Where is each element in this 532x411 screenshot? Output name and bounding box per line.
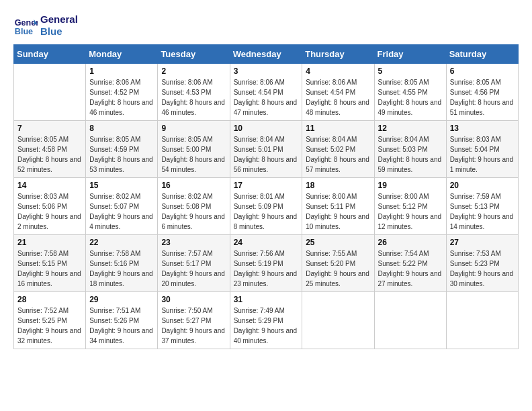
calendar-cell [14, 64, 86, 121]
svg-text:Blue: Blue [15, 27, 33, 36]
day-info: Sunrise: 8:04 AMSunset: 5:02 PMDaylight:… [306, 134, 370, 175]
calendar-cell [446, 292, 518, 349]
logo-text: General Blue [40, 13, 78, 38]
calendar-cell: 28 Sunrise: 7:52 AMSunset: 5:25 PMDaylig… [14, 292, 86, 349]
day-info: Sunrise: 7:52 AMSunset: 5:25 PMDaylight:… [17, 306, 82, 346]
calendar-cell: 11 Sunrise: 8:04 AMSunset: 5:02 PMDaylig… [302, 121, 374, 178]
day-number: 5 [378, 66, 443, 76]
day-info: Sunrise: 8:00 AMSunset: 5:12 PMDaylight:… [378, 191, 443, 232]
day-info: Sunrise: 8:05 AMSunset: 4:56 PMDaylight:… [450, 77, 515, 118]
weekday-header-tuesday: Tuesday [158, 45, 230, 64]
calendar-cell: 9 Sunrise: 8:05 AMSunset: 5:00 PMDayligh… [158, 121, 230, 178]
day-number: 3 [234, 66, 299, 76]
day-info: Sunrise: 7:57 AMSunset: 5:17 PMDaylight:… [161, 248, 226, 289]
calendar-cell: 13 Sunrise: 8:03 AMSunset: 5:04 PMDaylig… [446, 121, 518, 178]
day-number: 8 [89, 124, 154, 133]
day-number: 29 [89, 295, 154, 304]
weekday-header-wednesday: Wednesday [230, 45, 302, 64]
day-number: 7 [17, 124, 82, 133]
calendar-cell: 21 Sunrise: 7:58 AMSunset: 5:15 PMDaylig… [14, 235, 86, 292]
day-number: 23 [161, 238, 226, 247]
weekday-header-monday: Monday [86, 45, 158, 64]
day-number: 1 [89, 66, 154, 76]
calendar-cell: 4 Sunrise: 8:06 AMSunset: 4:54 PMDayligh… [302, 64, 374, 121]
day-info: Sunrise: 7:59 AMSunset: 5:13 PMDaylight:… [450, 191, 515, 232]
day-number: 30 [161, 295, 226, 304]
day-info: Sunrise: 8:05 AMSunset: 4:58 PMDaylight:… [17, 134, 82, 175]
calendar-cell: 20 Sunrise: 7:59 AMSunset: 5:13 PMDaylig… [446, 178, 518, 235]
day-info: Sunrise: 8:06 AMSunset: 4:54 PMDaylight:… [234, 77, 299, 118]
calendar-week-row: 21 Sunrise: 7:58 AMSunset: 5:15 PMDaylig… [14, 235, 519, 292]
day-number: 22 [89, 238, 154, 247]
calendar-cell: 8 Sunrise: 8:05 AMSunset: 4:59 PMDayligh… [86, 121, 158, 178]
page-header: General Blue General Blue [13, 13, 519, 38]
calendar-cell: 7 Sunrise: 8:05 AMSunset: 4:58 PMDayligh… [14, 121, 86, 178]
day-number: 21 [17, 238, 82, 247]
day-number: 9 [161, 124, 226, 133]
day-info: Sunrise: 7:55 AMSunset: 5:20 PMDaylight:… [306, 248, 370, 289]
calendar-cell: 5 Sunrise: 8:05 AMSunset: 4:55 PMDayligh… [374, 64, 446, 121]
day-info: Sunrise: 7:58 AMSunset: 5:16 PMDaylight:… [89, 248, 154, 289]
day-number: 4 [306, 66, 370, 76]
calendar-cell: 18 Sunrise: 8:00 AMSunset: 5:11 PMDaylig… [302, 178, 374, 235]
day-number: 19 [378, 181, 443, 190]
day-number: 17 [234, 181, 299, 190]
day-info: Sunrise: 7:58 AMSunset: 5:15 PMDaylight:… [17, 248, 82, 289]
day-number: 20 [450, 181, 515, 190]
weekday-header-friday: Friday [374, 45, 446, 64]
day-number: 27 [450, 238, 515, 247]
day-info: Sunrise: 7:53 AMSunset: 5:23 PMDaylight:… [450, 248, 515, 289]
day-number: 12 [378, 124, 443, 133]
logo: General Blue General Blue [13, 13, 78, 38]
day-number: 28 [17, 295, 82, 304]
weekday-header-thursday: Thursday [302, 45, 374, 64]
day-info: Sunrise: 7:50 AMSunset: 5:27 PMDaylight:… [161, 306, 226, 346]
calendar-cell: 17 Sunrise: 8:01 AMSunset: 5:09 PMDaylig… [230, 178, 302, 235]
day-number: 31 [234, 295, 299, 304]
calendar-cell: 26 Sunrise: 7:54 AMSunset: 5:22 PMDaylig… [374, 235, 446, 292]
day-number: 13 [450, 124, 515, 133]
day-number: 10 [234, 124, 299, 133]
calendar-cell: 19 Sunrise: 8:00 AMSunset: 5:12 PMDaylig… [374, 178, 446, 235]
calendar-cell: 2 Sunrise: 8:06 AMSunset: 4:53 PMDayligh… [158, 64, 230, 121]
calendar-cell: 31 Sunrise: 7:49 AMSunset: 5:29 PMDaylig… [230, 292, 302, 349]
day-info: Sunrise: 8:02 AMSunset: 5:07 PMDaylight:… [89, 191, 154, 232]
calendar-cell: 1 Sunrise: 8:06 AMSunset: 4:52 PMDayligh… [86, 64, 158, 121]
calendar-cell: 15 Sunrise: 8:02 AMSunset: 5:07 PMDaylig… [86, 178, 158, 235]
day-info: Sunrise: 7:54 AMSunset: 5:22 PMDaylight:… [378, 248, 443, 289]
day-number: 6 [450, 66, 515, 76]
day-number: 18 [306, 181, 370, 190]
day-info: Sunrise: 8:02 AMSunset: 5:08 PMDaylight:… [161, 191, 226, 232]
day-info: Sunrise: 7:51 AMSunset: 5:26 PMDaylight:… [89, 306, 154, 346]
day-number: 14 [17, 181, 82, 190]
calendar-cell: 14 Sunrise: 8:03 AMSunset: 5:06 PMDaylig… [14, 178, 86, 235]
day-info: Sunrise: 8:06 AMSunset: 4:52 PMDaylight:… [89, 77, 154, 118]
calendar-week-row: 1 Sunrise: 8:06 AMSunset: 4:52 PMDayligh… [14, 64, 519, 121]
day-number: 24 [234, 238, 299, 247]
day-info: Sunrise: 8:06 AMSunset: 4:54 PMDaylight:… [306, 77, 370, 118]
calendar-cell: 3 Sunrise: 8:06 AMSunset: 4:54 PMDayligh… [230, 64, 302, 121]
calendar-cell [302, 292, 374, 349]
day-info: Sunrise: 8:03 AMSunset: 5:06 PMDaylight:… [17, 191, 82, 232]
weekday-header-sunday: Sunday [14, 45, 86, 64]
calendar-table: SundayMondayTuesdayWednesdayThursdayFrid… [13, 44, 519, 349]
day-info: Sunrise: 7:49 AMSunset: 5:29 PMDaylight:… [234, 306, 299, 346]
calendar-cell: 12 Sunrise: 8:04 AMSunset: 5:03 PMDaylig… [374, 121, 446, 178]
calendar-cell: 25 Sunrise: 7:55 AMSunset: 5:20 PMDaylig… [302, 235, 374, 292]
calendar-week-row: 7 Sunrise: 8:05 AMSunset: 4:58 PMDayligh… [14, 121, 519, 178]
day-number: 25 [306, 238, 370, 247]
calendar-cell: 30 Sunrise: 7:50 AMSunset: 5:27 PMDaylig… [158, 292, 230, 349]
calendar-header-row: SundayMondayTuesdayWednesdayThursdayFrid… [14, 45, 519, 64]
day-info: Sunrise: 8:03 AMSunset: 5:04 PMDaylight:… [450, 134, 515, 175]
calendar-cell: 6 Sunrise: 8:05 AMSunset: 4:56 PMDayligh… [446, 64, 518, 121]
day-info: Sunrise: 8:04 AMSunset: 5:03 PMDaylight:… [378, 134, 443, 175]
logo-icon: General Blue [13, 13, 38, 38]
day-info: Sunrise: 8:01 AMSunset: 5:09 PMDaylight:… [234, 191, 299, 232]
day-info: Sunrise: 8:06 AMSunset: 4:53 PMDaylight:… [161, 77, 226, 118]
day-number: 2 [161, 66, 226, 76]
weekday-header-saturday: Saturday [446, 45, 518, 64]
calendar-cell: 27 Sunrise: 7:53 AMSunset: 5:23 PMDaylig… [446, 235, 518, 292]
day-info: Sunrise: 8:04 AMSunset: 5:01 PMDaylight:… [234, 134, 299, 175]
day-number: 16 [161, 181, 226, 190]
calendar-cell: 16 Sunrise: 8:02 AMSunset: 5:08 PMDaylig… [158, 178, 230, 235]
